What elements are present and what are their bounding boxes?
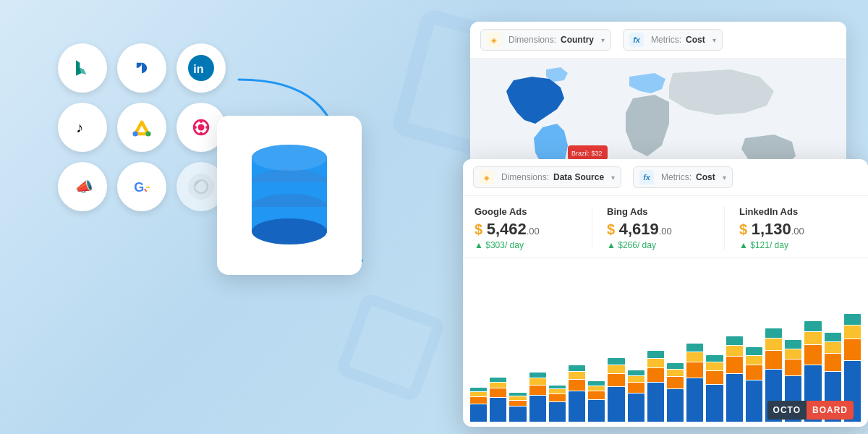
bar-segment-orange	[804, 345, 821, 365]
bar-segment-teal	[608, 358, 624, 365]
bar-segment-teal	[785, 340, 801, 348]
metric-card-linkedin: LinkedIn Ads $ 1,130.00 $121/ day	[739, 206, 856, 250]
fx-icon-top: fx	[629, 33, 644, 47]
brand-badge: OCTO BOARD	[767, 401, 854, 420]
svg-point-9	[145, 131, 150, 136]
svg-point-34	[252, 145, 327, 171]
icon-drift[interactable]	[117, 43, 166, 93]
bar-segment-orange	[470, 397, 487, 404]
icon-tiktok[interactable]: ♪	[58, 103, 107, 152]
bar-segment-orange	[529, 386, 546, 395]
bar-segment-teal	[628, 370, 644, 375]
bar-segment-orange	[608, 374, 624, 386]
svg-rect-15	[193, 126, 197, 129]
dashboard-top-panel: ◈ Dimensions: Country ▾ fx Metrics: Cost…	[470, 22, 846, 181]
bar-group	[706, 355, 723, 422]
bar-segment-orange	[490, 388, 506, 397]
bar-segment-yellow	[509, 396, 526, 400]
svg-text:♪: ♪	[76, 119, 83, 135]
dimension-control-top[interactable]: ◈ Dimensions: Country ▾	[480, 29, 611, 51]
svg-rect-13	[200, 119, 203, 123]
bar-segment-yellow	[667, 370, 684, 377]
bar-group	[549, 386, 566, 422]
cents-google: .00	[527, 226, 540, 237]
bar-group	[746, 347, 762, 422]
metric-label-bottom: Metrics:	[661, 172, 692, 182]
metric-source-google: Google Ads	[475, 206, 577, 217]
bar-segment-yellow	[804, 332, 821, 344]
bar-segment-orange	[726, 357, 743, 373]
bar-segment-teal	[490, 378, 506, 382]
top-panel-header: ◈ Dimensions: Country ▾ fx Metrics: Cost…	[470, 22, 846, 59]
bar-group	[686, 344, 703, 422]
bar-segment-orange	[569, 380, 585, 391]
bar-segment-blue	[686, 378, 703, 422]
dollar-google: $	[475, 221, 487, 237]
bar-segment-teal	[804, 321, 821, 331]
bar-group	[628, 370, 644, 422]
metric-card-google: Google Ads $ 5,462.00 $303/ day	[475, 206, 592, 250]
bar-segment-orange	[746, 365, 762, 380]
dimension-value-bottom: Data Source	[553, 172, 604, 182]
dollar-linkedin: $	[739, 221, 752, 237]
bar-segment-blue	[608, 387, 624, 422]
icon-google[interactable]: G	[117, 162, 166, 211]
svg-rect-6	[129, 114, 155, 140]
bar-segment-orange	[628, 383, 644, 393]
bar-segment-yellow	[628, 376, 644, 382]
bar-segment-blue	[746, 380, 762, 422]
bar-segment-orange	[844, 339, 861, 360]
bar-segment-teal	[706, 355, 723, 362]
bar-segment-yellow	[765, 339, 782, 350]
bar-segment-blue	[549, 402, 566, 422]
bar-segment-blue	[667, 389, 684, 422]
bar-group	[569, 365, 585, 422]
bar-segment-yellow	[746, 356, 762, 365]
bar-segment-teal	[726, 336, 743, 345]
bar-segment-orange	[647, 368, 664, 382]
metric-control-top[interactable]: fx Metrics: Cost ▾	[623, 29, 723, 51]
bar-segment-teal	[825, 333, 841, 341]
database-svg	[242, 137, 336, 253]
bar-segment-teal	[470, 388, 487, 391]
svg-text:G: G	[134, 180, 144, 195]
bar-segment-yellow	[569, 372, 585, 379]
bar-segment-yellow	[549, 389, 566, 393]
bar-segment-teal	[686, 344, 703, 352]
bar-segment-orange	[825, 354, 841, 371]
dimension-value-top: Country	[561, 35, 594, 45]
icon-linkedin[interactable]: in	[176, 43, 226, 93]
bar-segment-orange	[509, 401, 526, 406]
icon-google-ads[interactable]	[117, 103, 166, 152]
svg-point-12	[198, 124, 205, 131]
metric-delta-google: $303/ day	[475, 240, 577, 250]
icon-bing[interactable]	[58, 43, 107, 93]
dimension-label-top: Dimensions:	[509, 35, 556, 45]
metric-card-bing: Bing Ads $ 4,619.00 $266/ day	[607, 206, 725, 250]
fx-icon-bottom: fx	[639, 170, 654, 184]
cents-bing: .00	[659, 226, 672, 237]
svg-text:📣: 📣	[75, 178, 93, 195]
metric-control-bottom[interactable]: fx Metrics: Cost ▾	[633, 166, 733, 188]
bar-segment-blue	[490, 398, 506, 422]
bar-segment-yellow	[647, 359, 664, 367]
bar-segment-blue	[628, 393, 644, 422]
bar-segment-teal	[529, 373, 546, 378]
bar-segment-blue	[569, 391, 585, 422]
icon-megaphone[interactable]: 📣	[58, 162, 107, 211]
dimension-control-bottom[interactable]: ◈ Dimensions: Data Source ▾	[473, 166, 621, 188]
svg-rect-21	[188, 174, 214, 200]
bar-segment-yellow	[706, 362, 723, 370]
bar-segment-blue	[529, 396, 546, 422]
bar-segment-yellow	[608, 365, 624, 373]
bar-segment-blue	[726, 374, 743, 422]
svg-point-8	[132, 131, 137, 136]
dimension-chevron-bottom: ▾	[611, 174, 615, 182]
svg-text:Brazil: $32: Brazil: $32	[571, 150, 603, 157]
bar-segment-teal	[746, 347, 762, 354]
bar-segment-teal	[647, 351, 664, 358]
bar-segment-yellow	[588, 386, 605, 391]
bg-decor-2	[335, 292, 446, 403]
bar-segment-orange	[686, 362, 703, 378]
dimension-icon-bottom: ◈	[480, 170, 494, 184]
